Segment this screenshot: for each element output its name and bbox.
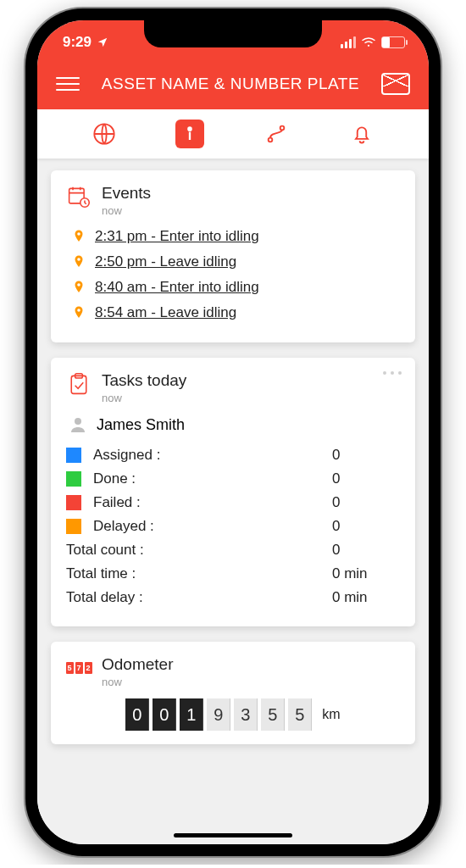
event-text: 8:54 am - Leave idling bbox=[95, 304, 236, 321]
person-icon bbox=[68, 415, 88, 435]
event-item[interactable]: 8:54 am - Leave idling bbox=[71, 303, 400, 322]
odometer-digit: 5 bbox=[261, 698, 285, 731]
svg-point-12 bbox=[77, 309, 80, 312]
tab-bar bbox=[37, 109, 429, 159]
odometer-icon: 572 bbox=[66, 655, 92, 681]
content-scroll[interactable]: Events now 2:31 pm - Enter into idling2:… bbox=[37, 159, 429, 844]
task-total-row: Total delay :0 min bbox=[66, 589, 400, 606]
odometer-digit: 3 bbox=[234, 698, 258, 731]
svg-rect-4 bbox=[189, 132, 191, 140]
task-total-row: Total count :0 bbox=[66, 542, 400, 559]
odometer-digit: 1 bbox=[180, 698, 203, 731]
tasks-card: Tasks today now James Smith Assigned :0D… bbox=[51, 358, 415, 626]
clock: 9:29 bbox=[63, 34, 92, 51]
status-swatch bbox=[66, 448, 81, 463]
total-value: 0 bbox=[332, 542, 400, 559]
odometer-timestamp: now bbox=[102, 676, 173, 688]
odometer-digit: 9 bbox=[207, 698, 230, 731]
event-item[interactable]: 8:40 am - Enter into idling bbox=[71, 278, 400, 297]
task-status-row: Done :0 bbox=[66, 470, 400, 487]
battery-icon bbox=[381, 36, 405, 48]
task-status-row: Assigned :0 bbox=[66, 447, 400, 464]
task-label: Assigned : bbox=[93, 447, 332, 464]
status-swatch bbox=[66, 471, 81, 487]
svg-point-6 bbox=[280, 126, 284, 131]
location-arrow-icon bbox=[97, 36, 108, 48]
svg-point-11 bbox=[77, 283, 80, 287]
tasks-more-button[interactable] bbox=[383, 371, 402, 375]
task-status-row: Failed :0 bbox=[66, 494, 400, 511]
svg-point-9 bbox=[77, 232, 80, 236]
task-label: Failed : bbox=[93, 494, 332, 511]
odometer-title: Odometer bbox=[102, 655, 173, 674]
odometer-digit: 0 bbox=[125, 698, 149, 731]
total-value: 0 min bbox=[332, 589, 400, 606]
person-name: James Smith bbox=[97, 416, 185, 434]
screen: 9:29 ASSET NAME & NUMBER PLATE bbox=[37, 20, 429, 844]
odometer-display: 0019355km bbox=[66, 698, 400, 731]
signal-icon bbox=[341, 36, 356, 48]
tasks-timestamp: now bbox=[102, 392, 186, 404]
svg-point-5 bbox=[268, 138, 272, 142]
event-item[interactable]: 2:50 pm - Leave idling bbox=[71, 253, 400, 271]
event-text: 2:50 pm - Leave idling bbox=[95, 253, 236, 270]
total-label: Total time : bbox=[66, 565, 332, 582]
total-value: 0 min bbox=[332, 565, 400, 582]
home-indicator[interactable] bbox=[174, 833, 292, 837]
event-text: 8:40 am - Enter into idling bbox=[95, 279, 259, 296]
event-item[interactable]: 2:31 pm - Enter into idling bbox=[71, 227, 400, 246]
task-status-row: Delayed :0 bbox=[66, 518, 400, 535]
odometer-unit: km bbox=[322, 707, 340, 722]
phone-frame: 9:29 ASSET NAME & NUMBER PLATE bbox=[25, 8, 441, 856]
menu-button[interactable] bbox=[56, 77, 80, 91]
tab-bell[interactable] bbox=[347, 120, 376, 148]
task-value: 0 bbox=[332, 470, 400, 487]
event-text: 2:31 pm - Enter into idling bbox=[95, 228, 259, 245]
status-swatch bbox=[66, 495, 81, 510]
inbox-button[interactable] bbox=[381, 73, 410, 95]
task-value: 0 bbox=[332, 494, 400, 511]
svg-point-15 bbox=[75, 418, 81, 425]
task-total-row: Total time :0 min bbox=[66, 565, 400, 582]
svg-point-3 bbox=[188, 127, 191, 131]
events-timestamp: now bbox=[102, 204, 151, 217]
task-value: 0 bbox=[332, 518, 400, 535]
tab-globe[interactable] bbox=[90, 120, 119, 148]
status-swatch bbox=[66, 519, 81, 534]
tab-info[interactable] bbox=[175, 120, 204, 148]
wifi-icon bbox=[361, 36, 376, 48]
svg-point-0 bbox=[368, 44, 369, 46]
task-value: 0 bbox=[332, 447, 400, 464]
odometer-digit: 0 bbox=[153, 698, 176, 731]
events-card: Events now 2:31 pm - Enter into idling2:… bbox=[51, 170, 415, 342]
phone-notch bbox=[144, 20, 322, 47]
page-title: ASSET NAME & NUMBER PLATE bbox=[102, 75, 359, 93]
svg-point-10 bbox=[77, 258, 80, 261]
app-header: ASSET NAME & NUMBER PLATE bbox=[37, 58, 429, 109]
events-title: Events bbox=[102, 184, 151, 203]
clipboard-check-icon bbox=[66, 371, 92, 397]
total-label: Total count : bbox=[66, 542, 332, 559]
odometer-digit: 5 bbox=[288, 698, 312, 731]
tab-route[interactable] bbox=[262, 120, 291, 148]
odometer-card: 572 Odometer now 0019355km bbox=[51, 642, 415, 744]
tasks-title: Tasks today bbox=[102, 371, 186, 390]
calendar-clock-icon bbox=[66, 184, 92, 209]
task-label: Done : bbox=[93, 470, 332, 487]
task-label: Delayed : bbox=[93, 518, 332, 535]
total-label: Total delay : bbox=[66, 589, 332, 606]
